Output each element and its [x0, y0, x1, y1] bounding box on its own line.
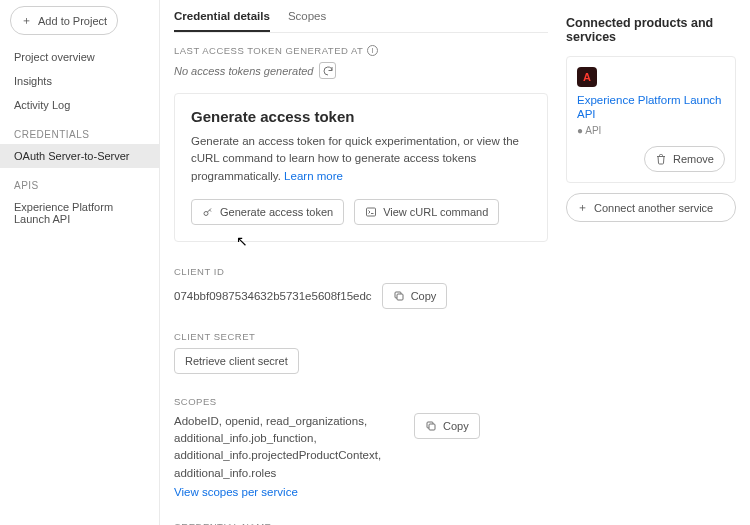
add-to-project-label: Add to Project [38, 15, 107, 27]
nav-section-apis: APIS [0, 168, 159, 195]
view-scopes-link[interactable]: View scopes per service [174, 486, 298, 498]
plus-icon: ＋ [21, 13, 32, 28]
terminal-icon [365, 206, 377, 218]
connect-another-service-button[interactable]: ＋ Connect another service [566, 193, 736, 222]
copy-icon [393, 290, 405, 302]
generate-card-desc: Generate an access token for quick exper… [191, 133, 531, 185]
last-generated-label: LAST ACCESS TOKEN GENERATED AT i [174, 45, 548, 56]
retrieve-client-secret-button[interactable]: Retrieve client secret [174, 348, 299, 374]
tab-credential-details[interactable]: Credential details [174, 10, 270, 32]
remove-label: Remove [673, 153, 714, 165]
product-card: A Experience Platform Launch API ● API R… [566, 56, 736, 183]
generate-card-title: Generate access token [191, 108, 531, 125]
copy-scopes-button[interactable]: Copy [414, 413, 480, 439]
key-icon [202, 206, 214, 218]
nav-section-credentials: CREDENTIALS [0, 117, 159, 144]
client-id-label: CLIENT ID [174, 266, 548, 277]
credential-name-section: CREDENTIAL NAME Integration with Reactor… [174, 521, 548, 525]
svg-rect-1 [367, 208, 376, 216]
generate-btn-label: Generate access token [220, 206, 333, 218]
generate-card-desc-text: Generate an access token for quick exper… [191, 135, 519, 182]
remove-product-button[interactable]: Remove [644, 146, 725, 172]
tabs: Credential details Scopes [174, 10, 548, 33]
credential-name-label: CREDENTIAL NAME [174, 521, 548, 525]
nav-credential-oauth[interactable]: OAuth Server-to-Server [0, 144, 159, 168]
client-secret-label: CLIENT SECRET [174, 331, 548, 342]
no-tokens-text: No access tokens generated [174, 65, 313, 77]
adobe-product-icon: A [577, 67, 597, 87]
copy-label: Copy [443, 420, 469, 432]
add-to-project-button[interactable]: ＋ Add to Project [10, 6, 118, 35]
info-icon[interactable]: i [367, 45, 378, 56]
main-content: Credential details Scopes LAST ACCESS TO… [160, 0, 750, 525]
retrieve-secret-label: Retrieve client secret [185, 355, 288, 367]
no-tokens-row: No access tokens generated [174, 62, 548, 79]
plus-icon: ＋ [577, 200, 588, 215]
nav-activity-log[interactable]: Activity Log [0, 93, 159, 117]
refresh-icon [322, 65, 334, 77]
generate-access-token-button[interactable]: Generate access token [191, 199, 344, 225]
connected-products-title: Connected products and services [566, 16, 736, 44]
product-name-link[interactable]: Experience Platform Launch API [577, 94, 721, 120]
svg-point-0 [204, 211, 208, 215]
client-id-section: CLIENT ID 074bbf0987534632b5731e5608f15e… [174, 266, 548, 309]
learn-more-link[interactable]: Learn more [284, 170, 343, 182]
tab-scopes[interactable]: Scopes [288, 10, 326, 32]
copy-icon [425, 420, 437, 432]
svg-rect-3 [429, 424, 435, 430]
copy-client-id-button[interactable]: Copy [382, 283, 448, 309]
svg-rect-2 [397, 294, 403, 300]
right-column: Connected products and services A Experi… [566, 10, 736, 525]
refresh-button[interactable] [319, 62, 336, 79]
nav-project-overview[interactable]: Project overview [0, 45, 159, 69]
connect-another-label: Connect another service [594, 202, 713, 214]
scopes-section: SCOPES AdobeID, openid, read_organizatio… [174, 396, 548, 499]
scopes-value: AdobeID, openid, read_organizations, add… [174, 413, 404, 482]
product-type: ● API [577, 125, 725, 136]
scopes-label: SCOPES [174, 396, 548, 407]
center-column: Credential details Scopes LAST ACCESS TO… [174, 10, 548, 525]
view-curl-label: View cURL command [383, 206, 488, 218]
sidebar: ＋ Add to Project Project overview Insigh… [0, 0, 160, 525]
view-curl-button[interactable]: View cURL command [354, 199, 499, 225]
client-secret-section: CLIENT SECRET Retrieve client secret [174, 331, 548, 374]
generate-token-card: Generate access token Generate an access… [174, 93, 548, 242]
trash-icon [655, 153, 667, 165]
nav-insights[interactable]: Insights [0, 69, 159, 93]
client-id-value: 074bbf0987534632b5731e5608f15edc [174, 290, 372, 302]
last-generated-text: LAST ACCESS TOKEN GENERATED AT [174, 45, 363, 56]
nav-api-launch[interactable]: Experience Platform Launch API [0, 195, 159, 231]
copy-label: Copy [411, 290, 437, 302]
